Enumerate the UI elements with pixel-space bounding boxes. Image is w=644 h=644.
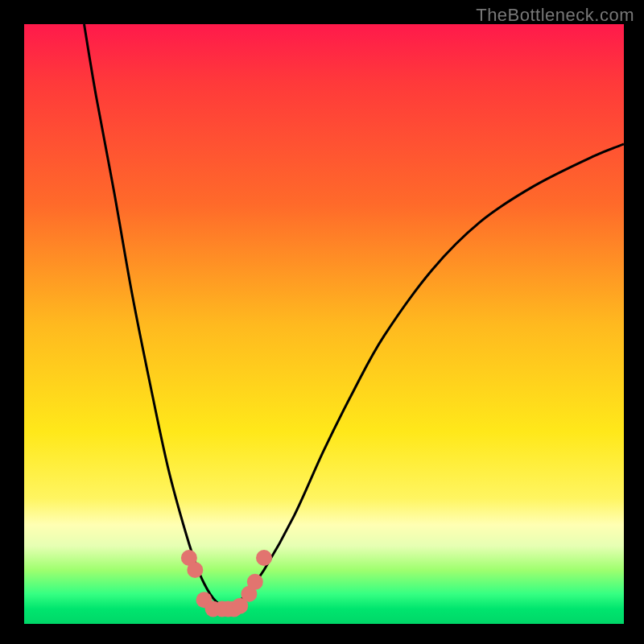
plot-area [24,24,624,624]
marker-point [256,550,272,566]
marker-point [247,574,263,590]
highlight-markers [181,550,272,617]
curve-svg [24,24,624,624]
bottleneck-curve [85,24,625,608]
green-floor [24,619,624,624]
chart-container: TheBottleneck.com [0,0,644,644]
watermark-text: TheBottleneck.com [476,5,634,26]
marker-point [187,562,203,578]
curve-line [85,24,625,608]
